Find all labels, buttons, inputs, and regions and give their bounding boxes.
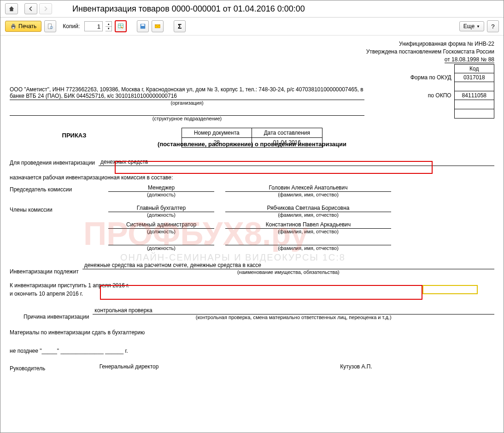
copies-label: Копий: — [63, 23, 80, 30]
struct-line — [10, 108, 364, 116]
chairman-label: Председатель комиссии — [10, 184, 97, 197]
chairman-role[interactable]: Менеджер — [108, 184, 214, 192]
reason-label: Причина инвентаризации — [10, 314, 93, 320]
titlebar: Инвентаризация товаров 0000-000001 от 01… — [0, 0, 504, 18]
svg-rect-5 — [118, 24, 123, 28]
window-title: Инвентаризация товаров 0000-000001 от 01… — [72, 4, 305, 14]
more-button[interactable]: Еще▼ — [459, 21, 484, 31]
end-date: и окончить 10 апреля 2016 г. — [10, 290, 494, 298]
mail-icon — [154, 23, 161, 30]
materials-text: Материалы по инвентаризации сдать в бухг… — [10, 329, 494, 336]
save-icon — [140, 23, 146, 30]
sum-button[interactable]: Σ — [174, 20, 186, 32]
subject-sub: (наименование имущества, обязательства) — [82, 269, 494, 275]
subtitle: (постановление, распоряжение) о проведен… — [10, 141, 494, 148]
start-date: К инвентаризации приступить 1 апреля 201… — [10, 281, 494, 290]
okud-label: Форма по ОКУД — [403, 73, 454, 82]
prikaz-title: ПРИКАЗ — [10, 132, 139, 139]
spinner-down[interactable]: ▼ — [105, 27, 111, 31]
document-icon — [47, 23, 53, 30]
struct-sub: (структурное подразделение) — [10, 116, 364, 121]
edit-mode-button[interactable] — [115, 20, 127, 32]
home-button[interactable] — [5, 3, 18, 14]
commission-text: назначается рабочая инвентаризационная к… — [10, 174, 494, 181]
code-table: Код Форма по ОКУД0317018 по ОКПО84111058 — [403, 64, 494, 119]
back-button[interactable] — [24, 3, 37, 14]
doc-num-header: Номер документа — [182, 128, 252, 138]
svg-rect-9 — [141, 24, 145, 26]
okpo-value: 84111058 — [454, 91, 494, 100]
doc-date-header: Дата составления — [252, 128, 322, 138]
email-button[interactable] — [152, 20, 164, 32]
member3-name[interactable] — [225, 238, 391, 245]
reason-sub: (контрольная проверка, смена материально… — [93, 314, 494, 320]
more-label: Еще — [463, 23, 475, 30]
member2-role[interactable]: Системный администратор — [108, 221, 214, 229]
signer-role: Генеральный директор — [76, 363, 182, 371]
okpo-label: по ОКПО — [403, 91, 454, 100]
subject-value[interactable]: денежные средства на расчетном счете, де… — [82, 262, 494, 269]
org-sub: (организация) — [10, 100, 364, 106]
code-header: Код — [454, 65, 494, 73]
inv-for-value[interactable]: денежных средств — [99, 159, 494, 166]
forward-button[interactable] — [39, 3, 52, 14]
svg-rect-2 — [12, 27, 14, 29]
member2-name[interactable]: Константинов Павел Аркадьевич — [225, 221, 391, 229]
toolbar: Печать Копий: ▲▼ Σ Еще▼ ? — [0, 18, 504, 36]
print-icon — [10, 23, 17, 30]
org-text: ООО "Аметист", ИНН 7723662263, 109386, М… — [10, 86, 364, 100]
form-approved: Утверждена постановлением Госкомстата Ро… — [10, 48, 494, 56]
spinner-up[interactable]: ▲ — [105, 22, 111, 27]
member1-name[interactable]: Рябчикова Светлана Борисовна — [225, 205, 391, 212]
document-area: ПРОФБУХ8.ру ОНЛАЙН-СЕМИНАРЫ И ВИДЕОКУРСЫ… — [0, 36, 504, 432]
svg-rect-1 — [12, 24, 14, 26]
sigma-icon: Σ — [178, 23, 182, 30]
member1-role[interactable]: Главный бухгалтер — [108, 205, 214, 212]
signer-label: Руководитель — [10, 363, 65, 372]
deadline-label: не позднее "_____" ______________ ______… — [10, 348, 494, 354]
reason-value[interactable]: контрольная проверка — [93, 307, 494, 314]
signer-name: Кутузов А.П. — [273, 363, 439, 371]
copies-spinner[interactable]: ▲▼ — [105, 21, 112, 31]
member3-role[interactable] — [108, 238, 214, 245]
form-title: Унифицированная форма № ИНВ-22 — [10, 40, 494, 48]
subject-label: Инвентаризации подлежит — [10, 268, 82, 275]
members-label: Члены комиссии — [10, 205, 97, 218]
form-date-ref: от 18.08.1998 № 88 — [10, 56, 494, 64]
save-button[interactable] — [137, 20, 149, 32]
print-button[interactable]: Печать — [5, 21, 41, 32]
print-label: Печать — [18, 23, 36, 30]
preview-button[interactable] — [44, 20, 56, 32]
inv-for-label: Для проведения инвентаризации — [10, 160, 99, 166]
table-edit-icon — [117, 23, 124, 30]
okud-value: 0317018 — [454, 73, 494, 82]
copies-input[interactable] — [84, 21, 103, 31]
help-button[interactable]: ? — [487, 20, 499, 32]
form-header: Унифицированная форма № ИНВ-22 Утвержден… — [10, 40, 494, 63]
chairman-name[interactable]: Головин Алексей Анатольевич — [225, 184, 391, 192]
watermark-sub: ОНЛАЙН-СЕМИНАРЫ И ВИДЕОКУРСЫ 1С:8 — [120, 252, 346, 263]
chevron-down-icon: ▼ — [476, 24, 480, 29]
